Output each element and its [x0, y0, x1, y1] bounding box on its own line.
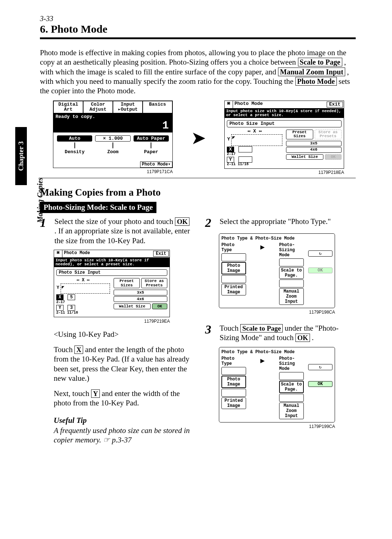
paper-caption: Paper	[134, 150, 169, 155]
preset-s1[interactable]: Preset Sizes	[114, 278, 140, 288]
wallet-s1[interactable]: Wallet Size	[114, 303, 151, 309]
y-value-field[interactable]	[238, 156, 252, 163]
x-label: X	[253, 128, 256, 134]
ok-box-3: OK	[295, 334, 310, 342]
subsection-heading: Making Copies from a Photo	[40, 187, 356, 198]
manual-zoom-button-s3[interactable]: Manual Zoom Input	[279, 403, 304, 419]
scale-icon-s3	[279, 372, 304, 380]
page-number: 3-33	[40, 15, 356, 23]
y-range-s1: 2–11 11/16	[56, 311, 110, 315]
x-value-field[interactable]	[238, 146, 252, 152]
printed-image-icon-s3	[221, 389, 246, 397]
step-number-3: 3	[205, 323, 215, 343]
title-rule	[40, 37, 356, 39]
x-box: X	[74, 346, 83, 354]
step1-screen: ◙ Photo Mode Exit Input photo size with …	[54, 250, 170, 324]
triangle-icon: ▶	[250, 242, 275, 306]
printed-image-icon	[221, 275, 246, 283]
size-4x6-button[interactable]: 4x6	[286, 147, 342, 153]
using-10key-para1: Touch X and enter the length of the phot…	[54, 345, 191, 383]
store-s1[interactable]: Store as Presets	[141, 278, 167, 288]
paper-bar[interactable]	[151, 142, 151, 148]
photo-image-button[interactable]: Photo Image	[221, 262, 246, 274]
y-input-s1[interactable]: Y	[56, 305, 64, 311]
wallet-size-button[interactable]: Wallet Size	[286, 154, 323, 160]
x-range: 2–17	[227, 152, 282, 156]
zoom-caption: Zoom	[95, 150, 130, 155]
pm-title: Photo Mode	[233, 101, 326, 108]
3x5-s1[interactable]: 3x5	[114, 290, 167, 295]
photo-image-icon	[221, 253, 246, 261]
using-10key-heading: <Using 10-Key Pad>	[54, 330, 191, 339]
tab-color-adjust[interactable]: Color Adjust	[83, 101, 113, 113]
pt-col1-head-s3: Photo Type	[221, 356, 246, 366]
pm-message: Input photo size with 10-Key(& store if …	[225, 109, 344, 118]
step3-text-c: .	[312, 333, 314, 342]
photo-mode-screen: ◙ Photo Mode Exit Input photo size with …	[224, 101, 344, 175]
photo-image-button-s3[interactable]: Photo Image	[221, 376, 246, 388]
ok-button-s3[interactable]: OK	[308, 381, 333, 387]
ok-button-ghost[interactable]: OK	[325, 154, 342, 160]
exit-button[interactable]: Exit	[327, 102, 343, 107]
y-box: Y	[91, 389, 100, 398]
scale-to-page-box: Scale to Page	[298, 58, 342, 66]
y-range: 2–11 11/16	[227, 163, 282, 167]
ok-button-s2[interactable]: OK	[308, 268, 333, 273]
useful-tip-heading: Useful Tip	[54, 416, 191, 425]
pm-section-label: Photo Size Input	[227, 120, 342, 127]
fig2-caption: 1179P218EA	[224, 170, 344, 175]
step2-screen: Photo Type & Photo-Size Mode Photo Type …	[219, 233, 335, 315]
tab-basics[interactable]: Basics	[143, 101, 172, 113]
zoom-value[interactable]: × 1.000	[95, 135, 130, 142]
y-input-button[interactable]: Y	[227, 157, 234, 163]
y-label: Y	[227, 137, 230, 142]
photo-mode-button[interactable]: Photo Mode▾	[140, 162, 172, 168]
auto-density-button[interactable]: Auto	[57, 135, 92, 142]
x-input-button[interactable]: X	[227, 147, 234, 152]
step1-fig-caption: 1179P219EA	[54, 319, 170, 324]
step3-text-a: Touch	[220, 324, 240, 332]
section-side-label-wrap: Making Copies	[17, 196, 63, 204]
fig1-wrap: Digital Art Color Adjust Input ▸Output B…	[53, 101, 173, 174]
auto-paper-button[interactable]: Auto Paper	[134, 135, 169, 142]
ok-s1[interactable]: OK	[152, 303, 167, 309]
x-input-s1[interactable]: X	[56, 294, 64, 300]
intro-paragraph: Photo mode is effective in making copies…	[40, 48, 356, 95]
zoom-bar[interactable]	[113, 142, 113, 148]
store-preset-button[interactable]: Store as Presets	[315, 130, 342, 139]
density-bar[interactable]	[74, 142, 75, 148]
ok-box-1: OK	[175, 217, 189, 226]
manual-icon-s3	[279, 394, 304, 402]
rotate-button-s3[interactable]: ↻	[308, 364, 333, 370]
camera-icon-s1: ◙	[54, 250, 62, 257]
size-3x5-button[interactable]: 3x5	[286, 141, 342, 147]
zoom-control[interactable]: × 1.000 Zoom	[95, 135, 130, 155]
pm-section-s1: Photo Size Input	[56, 269, 167, 276]
step2-text: Select the appropriate "Photo Type."	[220, 217, 356, 229]
section-side-label: Making Copies	[36, 177, 44, 223]
scale-icon	[279, 258, 304, 266]
chapter-side-tab: Chapter 3	[15, 127, 27, 185]
x-value-s1[interactable]: 5	[68, 294, 75, 300]
4x6-s1[interactable]: 4x6	[114, 296, 167, 302]
exit-button-s1[interactable]: Exit	[153, 251, 169, 257]
manual-zoom-button[interactable]: Manual Zoom Input	[279, 288, 304, 305]
paper-control[interactable]: Auto Paper Paper	[134, 135, 169, 155]
manual-zoom-box: Manual Zoom Input	[278, 68, 345, 76]
tab-input-output[interactable]: Input ▸Output	[113, 101, 143, 113]
pm-title-s1: Photo Mode	[62, 250, 152, 257]
scale-to-page-button-s3[interactable]: Scale to Page.	[279, 381, 304, 393]
step1-text-b: . If an appropriate size is not availabl…	[54, 226, 190, 245]
manual-icon	[279, 279, 304, 287]
density-control[interactable]: Auto Density	[57, 135, 92, 155]
y-value-s1[interactable]: 3	[68, 305, 75, 311]
triangle-icon-s3: ▶	[250, 356, 275, 420]
chapter-label: Chapter 3	[17, 141, 25, 171]
preset-sizes-button[interactable]: Preset Sizes	[286, 130, 313, 139]
rotate-button[interactable]: ↻	[308, 250, 333, 257]
printed-image-button-s3[interactable]: Printed Image	[221, 397, 246, 409]
tab-digital-art[interactable]: Digital Art	[53, 101, 83, 113]
steps-layout: 1 Select the size of your photo and touc…	[40, 217, 356, 445]
scale-to-page-button[interactable]: Scale to Page.	[279, 267, 304, 279]
printed-image-button[interactable]: Printed Image	[221, 284, 246, 295]
